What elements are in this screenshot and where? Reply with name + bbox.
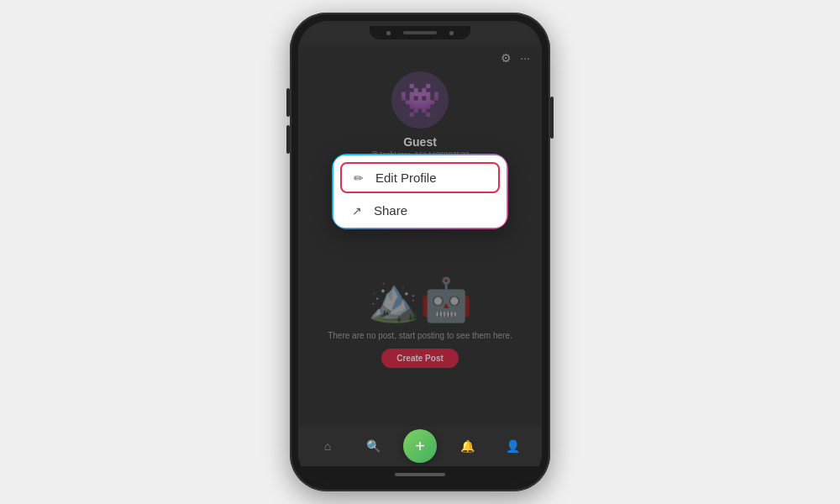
add-icon: + (415, 437, 425, 456)
nav-notifications[interactable]: 🔔 (452, 431, 482, 461)
home-bar (395, 473, 445, 476)
search-icon: 🔍 (366, 439, 381, 453)
share-icon: ↗ (350, 204, 364, 218)
volume-down-button (286, 125, 290, 154)
share-menu-item[interactable]: ↗ Share (333, 197, 507, 224)
edit-icon: ✏ (352, 171, 365, 185)
bottom-navigation: ⌂ 🔍 + 🔔 👤 (298, 426, 542, 466)
power-button (550, 97, 554, 139)
phone-screen: ⚙ ··· 👾 Guest @JoshUser_1614426887523 🏔️… (298, 21, 542, 483)
phone-device: ⚙ ··· 👾 Guest @JoshUser_1614426887523 🏔️… (290, 13, 550, 491)
status-bar (298, 21, 542, 45)
nav-home[interactable]: ⌂ (312, 431, 343, 461)
share-label: Share (374, 203, 407, 218)
dropdown-menu: ✏ Edit Profile ↗ Share (332, 154, 508, 229)
nav-search[interactable]: 🔍 (358, 431, 388, 461)
nav-add-button[interactable]: + (403, 429, 437, 463)
notch-speaker (403, 31, 437, 34)
notch-dot-left (386, 31, 391, 35)
home-icon: ⌂ (324, 439, 331, 453)
volume-up-button (286, 88, 290, 117)
dropdown-overlay: ✏ Edit Profile ↗ Share (298, 45, 542, 426)
bell-icon: 🔔 (460, 439, 475, 453)
edit-profile-label: Edit Profile (375, 171, 437, 185)
profile-icon: 👤 (506, 439, 520, 453)
edit-profile-menu-item[interactable]: ✏ Edit Profile (340, 162, 500, 193)
notch (370, 26, 470, 39)
nav-profile[interactable]: 👤 (497, 431, 528, 461)
app-content: ⚙ ··· 👾 Guest @JoshUser_1614426887523 🏔️… (298, 45, 542, 426)
home-indicator (298, 466, 542, 483)
notch-dot-right (449, 31, 454, 35)
